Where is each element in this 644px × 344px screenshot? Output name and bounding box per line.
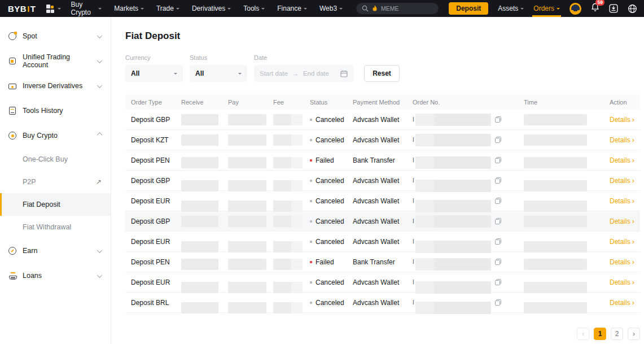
details-link[interactable]: Details› [610, 116, 634, 124]
order-no-fragment: I [413, 238, 414, 245]
page-title: Fiat Deposit [125, 31, 640, 42]
download-app-icon[interactable] [609, 4, 618, 13]
details-link[interactable]: Details› [610, 177, 634, 185]
order-no-cell: I [413, 232, 524, 251]
date-filter-label: Date [254, 54, 353, 61]
deposit-button[interactable]: Deposit [449, 2, 488, 15]
copy-icon[interactable] [495, 198, 501, 204]
user-avatar[interactable] [569, 3, 581, 15]
redacted-pay-value [228, 282, 266, 293]
sidebar-item[interactable]: Inverse Derivatives ↗ [0, 73, 111, 98]
copy-icon[interactable] [495, 177, 501, 184]
nav-menu-item[interactable]: Web3 [319, 0, 343, 17]
date-range-picker[interactable]: Start date → End date [254, 65, 353, 82]
redacted-order-no [415, 180, 491, 192]
details-link[interactable]: Details› [610, 299, 634, 307]
assets-menu[interactable]: Assets [498, 0, 524, 17]
chevron-down-icon [98, 8, 102, 11]
reset-button[interactable]: Reset [364, 65, 400, 82]
sidebar-item[interactable]: Fiat Deposit ↗ [0, 193, 111, 216]
language-globe-icon[interactable] [628, 4, 637, 14]
nav-menu-item[interactable]: Tools [243, 0, 265, 17]
copy-icon[interactable] [495, 238, 501, 245]
copy-icon[interactable] [495, 218, 501, 224]
bybit-logo[interactable]: BYBIT [8, 4, 36, 14]
page-number-button[interactable]: 1 [594, 328, 606, 340]
search-box[interactable] [356, 3, 439, 14]
details-link[interactable]: Details› [610, 217, 634, 225]
order-no-cell: I [413, 211, 524, 231]
sidebar-item[interactable]: Earn ↗ [0, 238, 111, 263]
redacted-time-value [524, 201, 587, 212]
search-input[interactable] [381, 5, 432, 12]
order-no-fragment: I [413, 299, 414, 306]
order-no-cell: I [413, 293, 524, 312]
copy-icon[interactable] [495, 157, 501, 163]
chevron-right-icon: › [632, 116, 634, 123]
table-column-header: Order No. [413, 94, 524, 110]
chevron-down-icon [520, 8, 524, 11]
top-navbar: BYBIT Buy Crypto Markets Trade Derivativ… [0, 0, 644, 17]
status-dot [310, 241, 312, 243]
copy-icon[interactable] [495, 259, 501, 265]
redacted-order-no [415, 258, 491, 271]
copy-icon[interactable] [495, 116, 501, 123]
status-select[interactable]: All [190, 65, 247, 82]
sidebar-item[interactable]: Fiat Withdrawal ↗ [0, 216, 111, 238]
redacted-pay-value [228, 259, 266, 270]
sidebar-item[interactable]: Loans ↗ [0, 263, 111, 288]
nav-menu-item[interactable]: Finance [277, 0, 307, 17]
order-type-cell: Deposit GBP [125, 211, 181, 231]
order-no-cell: I [413, 191, 524, 211]
nav-menu-item[interactable]: Buy Crypto [71, 0, 102, 17]
status-cell: Canceled [310, 110, 353, 129]
sidebar-item[interactable]: P2P ↗ [0, 171, 111, 193]
copy-icon[interactable] [495, 279, 501, 285]
copy-icon[interactable] [495, 299, 501, 306]
status-dot [310, 139, 312, 141]
currency-select-value: All [131, 69, 139, 77]
sidebar-item[interactable]: Buy Crypto ↗ [0, 123, 111, 148]
redacted-receive-value [181, 157, 218, 168]
details-link[interactable]: Details› [610, 136, 634, 144]
redacted-order-no [415, 156, 491, 169]
details-link[interactable]: Details› [610, 156, 634, 164]
order-no-cell: I [413, 150, 524, 170]
redacted-receive-value [181, 180, 218, 191]
orders-menu[interactable]: Orders [533, 0, 560, 17]
currency-select[interactable]: All [125, 65, 183, 82]
nav-menu-item[interactable]: Markets [114, 0, 144, 17]
order-type-cell: Deposit PEN [125, 252, 181, 272]
sidebar-item-label: Loans [23, 272, 42, 280]
table-row: Deposit PEN Failed Bank Transfer I [125, 150, 640, 171]
currency-filter-label: Currency [125, 54, 183, 61]
chevron-down-icon [238, 73, 242, 76]
details-link[interactable]: Details› [610, 258, 634, 266]
sidebar-item-label: Tools History [23, 107, 63, 115]
status-label: Failed [316, 258, 334, 266]
apps-menu-button[interactable] [46, 5, 61, 12]
table-column-header: Receive [181, 94, 228, 110]
payment-method-cell: Advcash Wallet [353, 110, 413, 129]
chevron-down-icon [141, 8, 144, 11]
details-link[interactable]: Details› [610, 278, 634, 286]
sidebar-item[interactable]: Tools History ↗ [0, 98, 111, 123]
sidebar-item[interactable]: Spot ↗ [0, 24, 111, 49]
chevron-down-icon [227, 8, 231, 11]
page-number-button[interactable]: 2 [611, 328, 623, 340]
redacted-order-no [415, 215, 491, 228]
order-type-cell: Deposit EUR [125, 272, 181, 292]
sidebar-item[interactable]: One-Click Buy ↗ [0, 148, 111, 171]
prev-page-button[interactable]: ‹ [577, 328, 589, 340]
copy-icon[interactable] [495, 137, 501, 143]
nav-menu-item[interactable]: Derivatives [192, 0, 231, 17]
details-link[interactable]: Details› [610, 238, 634, 246]
nav-menu-item[interactable]: Trade [156, 0, 179, 17]
next-page-button[interactable]: › [628, 328, 640, 340]
sidebar-item[interactable]: Unified Trading Account ↗ [0, 49, 111, 73]
notifications-button[interactable]: 59 [591, 3, 599, 14]
redacted-time-value [524, 134, 587, 146]
table-column-header: Pay [228, 94, 273, 110]
details-link[interactable]: Details› [610, 197, 634, 205]
redacted-receive-value [181, 114, 218, 125]
